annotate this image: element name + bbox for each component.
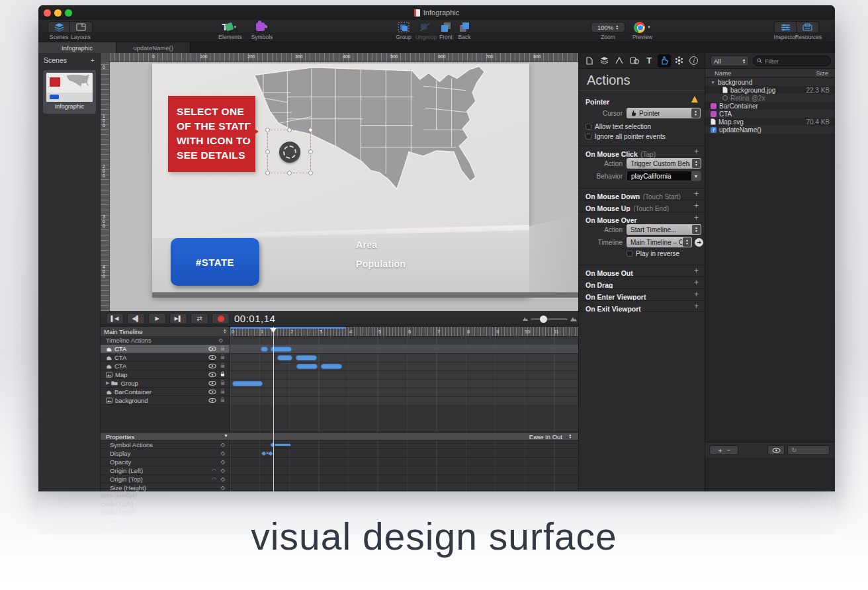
timeline-bar[interactable]	[296, 355, 318, 360]
resource-symbol-barcontainer[interactable]: BarContainer	[705, 102, 835, 110]
goto-timeline-button[interactable]: ➜	[695, 238, 703, 247]
click-action-dropdown[interactable]: Trigger Custom Behavior...▲▼	[627, 158, 701, 169]
ungroup-button[interactable]	[417, 21, 433, 32]
timeline-bar[interactable]	[321, 364, 342, 369]
state-button[interactable]: #STATE	[171, 238, 259, 286]
eye-icon[interactable]	[208, 364, 216, 368]
timeline-bar[interactable]	[296, 364, 318, 369]
timeline-bar[interactable]	[261, 347, 268, 352]
lock-icon[interactable]	[220, 354, 225, 360]
disclosure-triangle-icon[interactable]: ▼	[711, 80, 715, 85]
tab-text-inspector[interactable]: T	[642, 54, 656, 67]
timeline-ruler[interactable]: 0 1 2 3 4 5 6 7 8 9 10 11	[230, 327, 578, 336]
symbols-button[interactable]: ▼	[251, 21, 273, 33]
keyframes-symbol-actions[interactable]: ◆	[230, 441, 578, 449]
timeline-selector[interactable]: Main Timeline ▲▼	[101, 327, 230, 336]
layer-cta-3[interactable]: CTA	[101, 362, 230, 370]
reload-resource-button[interactable]: ↻	[787, 445, 830, 455]
resource-retina-option[interactable]: Retina @2x	[705, 94, 835, 102]
keyframes-origin-top[interactable]	[230, 475, 578, 484]
zoom-in-timeline-icon[interactable]	[570, 316, 577, 322]
record-button[interactable]	[212, 313, 230, 324]
lock-icon[interactable]	[220, 388, 225, 394]
tab-scene-inspector[interactable]	[598, 54, 612, 67]
lock-icon[interactable]	[220, 362, 225, 368]
playhead-line[interactable]	[273, 327, 274, 491]
play-button[interactable]: ▶	[148, 313, 166, 324]
eye-icon[interactable]	[208, 347, 216, 351]
elements-button[interactable]: T ▼	[218, 21, 241, 33]
add-scene-button[interactable]: +	[91, 56, 95, 64]
eye-icon[interactable]	[208, 355, 216, 360]
properties-header[interactable]: Properties ▼ Ease In Out ▲▼	[101, 432, 578, 441]
eye-icon[interactable]	[208, 381, 216, 386]
tab-updatename[interactable]: updateName()	[116, 42, 191, 53]
property-opacity[interactable]: Opacity◇	[101, 458, 230, 466]
resource-file-mapsvg[interactable]: Map.svg 70.4 KB	[705, 118, 835, 126]
front-button[interactable]	[438, 21, 454, 32]
tab-physics-inspector[interactable]	[672, 54, 686, 67]
tab-infographic[interactable]: Infographic	[38, 42, 116, 53]
lock-icon-locked[interactable]	[220, 371, 225, 377]
stage[interactable]: SELECT ONE OF THE STATE WITH ICON TO SEE…	[152, 63, 529, 298]
resource-filter-dropdown[interactable]: All▲▼	[711, 56, 749, 66]
layer-map[interactable]: Map	[101, 370, 230, 379]
add-action-button[interactable]: +	[694, 148, 699, 155]
timeline-track-area[interactable]	[230, 336, 578, 405]
step-back-button[interactable]: ◀▌	[127, 313, 145, 324]
tab-actions-inspector[interactable]	[658, 54, 672, 67]
resize-handle-ne[interactable]	[308, 128, 313, 132]
eye-icon[interactable]	[208, 398, 216, 403]
lock-icon[interactable]	[220, 380, 225, 386]
step-forward-button[interactable]: ▶▌	[169, 313, 187, 324]
ignore-pointer-events-checkbox[interactable]: Ignore all pointer events	[586, 133, 666, 140]
track-timeline-actions[interactable]	[230, 336, 578, 345]
add-action-button[interactable]: +	[694, 302, 699, 310]
resource-group-background[interactable]: ▼ background	[705, 78, 835, 86]
preview-resource-button[interactable]	[767, 445, 785, 455]
resize-handle-se[interactable]	[308, 171, 313, 175]
layer-cta-2[interactable]: CTA	[101, 353, 230, 362]
callout-bubble[interactable]: SELECT ONE OF THE STATE WITH ICON TO SEE…	[168, 96, 255, 172]
add-action-button[interactable]: +	[694, 267, 699, 274]
resize-handle-w[interactable]	[265, 149, 270, 154]
california-state-icon[interactable]	[279, 142, 300, 163]
resources-button[interactable]	[797, 22, 818, 32]
timeline-dropdown[interactable]: Main Timeline – CTA▲▼	[627, 237, 692, 247]
behavior-combo[interactable]: playCalifornia▼	[627, 171, 701, 181]
resource-function-updatename[interactable]: f updateName()	[705, 126, 835, 134]
keyframes-size-height[interactable]	[230, 484, 578, 491]
back-button[interactable]	[456, 21, 472, 32]
selection-bounds[interactable]	[267, 130, 311, 173]
add-remove-resource-buttons[interactable]: ＋ −	[709, 445, 738, 455]
tab-document-inspector[interactable]	[583, 54, 597, 67]
keyframes-display[interactable]: ◆×◆	[230, 449, 578, 458]
add-action-button[interactable]: +	[694, 202, 699, 210]
resource-file-backgroundjpg[interactable]: background.jpg 22.3 KB	[705, 86, 835, 94]
resize-handle-s[interactable]	[287, 171, 292, 175]
keyframes-origin-left[interactable]	[230, 466, 578, 475]
property-origin-left[interactable]: Origin (Left)◠◇	[101, 466, 230, 475]
keyframes-opacity[interactable]	[230, 458, 578, 466]
property-size-height[interactable]: Size (Height)◇	[101, 484, 230, 491]
lock-icon[interactable]	[220, 345, 225, 351]
tab-element-inspector[interactable]	[628, 54, 642, 67]
keyframe-bar[interactable]	[275, 444, 291, 446]
timeline-bar[interactable]	[277, 355, 292, 360]
zoom-stepper[interactable]: 100% ▲▼	[591, 22, 625, 32]
layer-barcontainer[interactable]: BarContainer	[101, 388, 230, 396]
resize-handle-sw[interactable]	[265, 171, 270, 175]
track-background[interactable]	[230, 396, 578, 405]
scenes-button[interactable]	[48, 22, 70, 32]
ease-selector[interactable]: Ease In Out	[529, 433, 562, 441]
group-button[interactable]	[396, 21, 412, 32]
track-map[interactable]	[230, 370, 578, 379]
play-in-reverse-checkbox[interactable]: Play in reverse	[627, 250, 679, 257]
track-group[interactable]	[230, 379, 578, 388]
resource-search-field[interactable]: Filter	[753, 56, 831, 66]
layer-background[interactable]: background	[101, 396, 230, 405]
resource-symbol-cta[interactable]: CTA	[705, 110, 835, 118]
scene-card-infographic[interactable]: Infographic	[43, 70, 96, 114]
loop-button[interactable]: ⇄	[191, 313, 208, 324]
slider-knob[interactable]	[540, 316, 547, 323]
